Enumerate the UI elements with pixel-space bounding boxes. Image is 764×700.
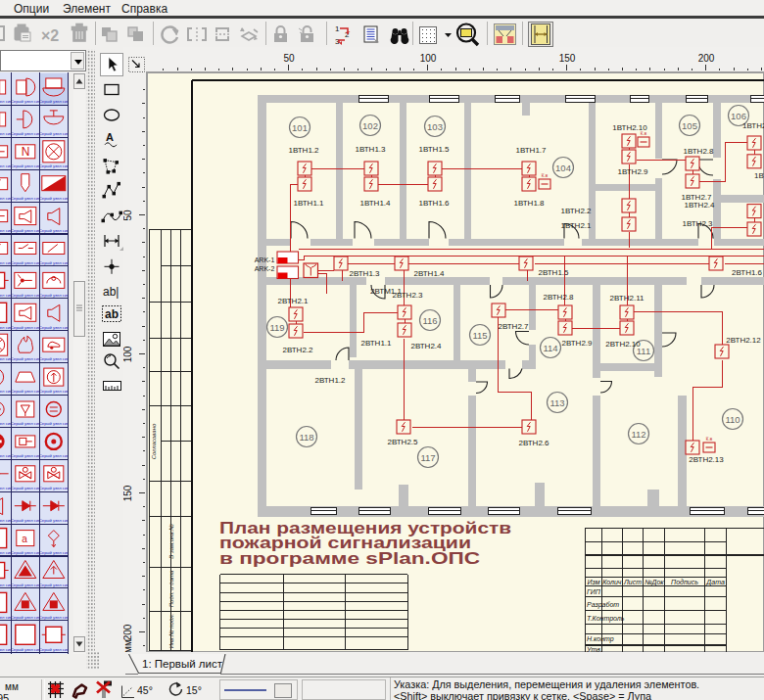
svg-text:119: 119 [269, 322, 284, 333]
svg-text:Серый узел сиг: Серый узел сиг [39, 163, 69, 168]
svg-text:200: 200 [698, 53, 715, 64]
svg-text:№Док: №Док [645, 579, 664, 586]
svg-text:Серый узел сиг: Серый узел сиг [39, 196, 69, 201]
svg-text:Серый узел сиг: Серый узел сиг [39, 421, 69, 426]
svg-text:1ВТН1.7: 1ВТН1.7 [515, 146, 547, 155]
svg-text:Серый узел сиг: Серый узел сиг [11, 389, 40, 394]
svg-text:114: 114 [543, 343, 557, 353]
svg-text:118: 118 [299, 432, 313, 443]
svg-text:50: 50 [283, 53, 295, 64]
svg-text:101: 101 [292, 122, 308, 133]
svg-text:2ВТН1.1: 2ВТН1.1 [360, 339, 392, 348]
svg-text:45°: 45° [137, 684, 153, 696]
svg-text:Дата: Дата [705, 579, 725, 586]
svg-text:Подпись: Подпись [671, 579, 698, 585]
svg-text:A: A [106, 131, 114, 143]
svg-text:Серый узел сиг: Серый узел сиг [39, 389, 69, 394]
svg-text:116: 116 [422, 315, 437, 326]
svg-text:1ВТН2: 1ВТН2 [742, 121, 764, 130]
svg-text:2ВТН2.8: 2ВТН2.8 [543, 293, 574, 302]
svg-text:ГИП: ГИП [587, 588, 601, 595]
svg-text:2ВТН2.9: 2ВТН2.9 [561, 339, 593, 348]
svg-text:Серый узел сиг: Серый узел сиг [11, 99, 40, 104]
svg-text:50: 50 [123, 210, 133, 221]
svg-text:Серый узел сиг: Серый узел сиг [39, 453, 69, 458]
svg-text:Серый узел сиг: Серый узел сиг [39, 486, 69, 490]
svg-text:15°: 15° [186, 684, 202, 696]
svg-text:2ВТН2.1: 2ВТН2.1 [277, 297, 309, 305]
svg-text:200: 200 [123, 624, 133, 640]
svg-text:1ВТН1.3: 1ВТН1.3 [355, 145, 386, 154]
svg-text:Т.Контроль: Т.Контроль [587, 615, 625, 623]
svg-text:1ВТН2.2: 1ВТН2.2 [560, 207, 592, 215]
svg-text:В зам.инв.№: В зам.инв.№ [168, 524, 174, 559]
svg-text:Серый узел сиг: Серый узел сиг [11, 293, 40, 298]
svg-text:Серый узел сиг: Серый узел сиг [11, 163, 40, 168]
svg-text:Серый узел сиг: Серый узел сиг [11, 647, 40, 652]
svg-text:Серый узел сиг: Серый узел сиг [11, 196, 40, 201]
svg-text:1ВТ: 1ВТ [754, 171, 764, 180]
svg-text:×2: ×2 [41, 27, 59, 44]
svg-text:Серый узел сиг: Серый узел сиг [39, 260, 69, 265]
svg-text:Серый узел сиг: Серый узел сиг [39, 131, 69, 136]
svg-text:2ВТН2.6: 2ВТН2.6 [518, 439, 549, 447]
svg-text:Разработ: Разработ [587, 601, 619, 609]
svg-text:1ВТН2.8: 1ВТН2.8 [683, 147, 714, 156]
svg-text:106: 106 [731, 111, 746, 121]
svg-text:N: N [22, 145, 30, 159]
svg-text:Серый узел сиг: Серый узел сиг [11, 325, 40, 330]
svg-text:1ВТН2.10: 1ВТН2.10 [612, 123, 647, 132]
svg-text:1ВТН1.4: 1ВТН1.4 [359, 199, 391, 208]
svg-text:100: 100 [420, 53, 437, 64]
svg-text:Серый узел сиг: Серый узел сиг [39, 293, 69, 298]
svg-text:Изм: Изм [588, 579, 600, 585]
svg-text:Серый узел сиг: Серый узел сиг [11, 421, 40, 426]
svg-text:103: 103 [427, 121, 443, 132]
svg-text:150: 150 [123, 485, 133, 501]
svg-text:1ВТН1.2: 1ВТН1.2 [288, 146, 319, 155]
svg-text:Лист: Лист [623, 579, 642, 585]
svg-text:ARK-1: ARK-1 [255, 257, 275, 263]
svg-text:2ВТН1.6: 2ВТН1.6 [732, 268, 763, 277]
svg-text:102: 102 [362, 120, 378, 131]
svg-text:2ВТН1.3: 2ВТН1.3 [349, 269, 380, 278]
svg-text:Серый узел сиг: Серый узел сиг [39, 518, 69, 523]
svg-text:104: 104 [555, 163, 571, 173]
svg-text:1ВТН1.8: 1ВТН1.8 [513, 199, 545, 208]
svg-text:Серый узел сиг: Серый узел сиг [11, 615, 40, 620]
svg-text:Серый узел сиг: Серый узел сиг [39, 615, 69, 620]
svg-text:Серый узел сиг: Серый узел сиг [39, 583, 69, 587]
svg-text:117: 117 [420, 452, 435, 463]
svg-text:1ВТН2.3: 1ВТН2.3 [682, 219, 713, 228]
svg-text:2ВТН2.11: 2ВТН2.11 [610, 294, 645, 303]
svg-text:К.в: К.в [706, 437, 713, 442]
svg-text:150: 150 [559, 53, 576, 64]
svg-text:112: 112 [631, 429, 645, 440]
svg-text:Серый узел сиг: Серый узел сиг [39, 325, 69, 330]
svg-text:110: 110 [725, 414, 740, 425]
svg-text:1ВТН2.9: 1ВТН2.9 [617, 167, 648, 176]
svg-text:Подп. и дата: Подп. и дата [168, 570, 174, 607]
svg-text:2ВТН2.2: 2ВТН2.2 [282, 346, 313, 354]
svg-text:Серый узел сиг: Серый узел сиг [11, 518, 40, 523]
svg-text:115: 115 [472, 330, 487, 341]
svg-text:1ВТН2.4: 1ВТН2.4 [684, 201, 715, 210]
svg-text:мм: мм [123, 639, 133, 652]
svg-text:Серый узел сиг: Серый узел сиг [11, 356, 40, 361]
svg-text:2ВТН1.5: 2ВТН1.5 [538, 268, 569, 277]
svg-text:2ВТН2.13: 2ВТН2.13 [689, 455, 724, 464]
svg-text:Серый узел сиг: Серый узел сиг [11, 550, 40, 555]
svg-text:ab: ab [105, 307, 119, 321]
svg-text:Н.контр: Н.контр [587, 635, 614, 643]
svg-text:в программе sPlan.ОПС: в программе sPlan.ОПС [219, 549, 480, 567]
svg-text:2ВТН2.7: 2ВТН2.7 [498, 322, 529, 331]
svg-text:ARK-2: ARK-2 [255, 265, 275, 272]
svg-text:Серый узел сиг: Серый узел сиг [39, 647, 69, 652]
svg-text:Согласовано: Согласовано [151, 423, 157, 459]
svg-text:2ВТН2.3: 2ВТН2.3 [392, 291, 423, 300]
svg-text:1ВТН2.1: 1ВТН2.1 [560, 221, 592, 230]
svg-text:1ВТН1.6: 1ВТН1.6 [418, 199, 450, 208]
svg-text:2ВТН2.10: 2ВТН2.10 [605, 340, 641, 349]
svg-text:2ВТН1.2: 2ВТН1.2 [314, 376, 346, 385]
svg-text:100: 100 [123, 346, 133, 362]
